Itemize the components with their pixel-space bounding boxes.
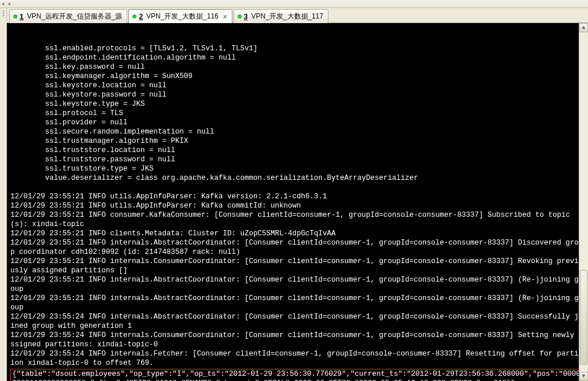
highlighted-output: {"table":"dsout.employees","op_type":"I"… <box>10 369 585 381</box>
left-gutter <box>0 8 7 381</box>
status-bullet-icon <box>238 14 242 19</box>
status-bullet-icon <box>132 14 136 19</box>
terminal-content: ssl.enabled.protocols = [TLSv1.2, TLSv1.… <box>10 44 585 381</box>
tab-label: VPN_开发_大数据_117 <box>252 12 324 21</box>
tab-label: VPN_开发_大数据_116 <box>146 12 219 21</box>
tab-bar: 1VPN_远程开发_信贷服务器_源2VPN_开发_大数据_116×3VPN_开发… <box>7 8 588 23</box>
status-bullet-icon <box>13 14 17 19</box>
tab-number: 3 <box>244 13 248 21</box>
tab-0[interactable]: 1VPN_远程开发_信贷服务器_源 <box>9 9 127 23</box>
vertical-scrollbar[interactable]: ▲ ▼ <box>579 23 588 381</box>
scroll-down-button[interactable]: ▼ <box>579 372 588 381</box>
tab-label: VPN_远程开发_信贷服务器_源 <box>27 12 123 21</box>
tab-number: 1 <box>20 13 24 21</box>
tab-number: 2 <box>139 13 143 21</box>
scroll-up-button[interactable]: ▲ <box>579 23 588 32</box>
scroll-thumb[interactable] <box>580 270 587 365</box>
terminal-log-text: ssl.enabled.protocols = [TLSv1.2, TLSv1.… <box>10 44 585 368</box>
scroll-track[interactable] <box>579 32 588 372</box>
top-toolbar <box>0 0 588 8</box>
tab-2[interactable]: 3VPN_开发_大数据_117 <box>234 9 328 23</box>
terminal-pane[interactable]: ssl.enabled.protocols = [TLSv1.2, TLSv1.… <box>7 23 588 381</box>
toolbar-dot <box>8 3 10 5</box>
close-icon[interactable]: × <box>223 13 227 21</box>
toolbar-dot <box>2 3 5 5</box>
tab-1[interactable]: 2VPN_开发_大数据_116× <box>128 9 232 23</box>
